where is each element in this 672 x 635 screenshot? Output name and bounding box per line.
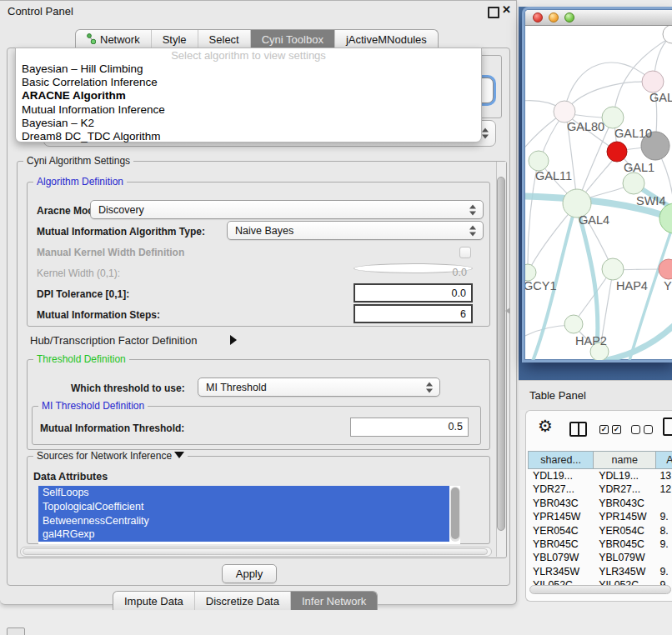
list-item-selfloops[interactable]: SelfLoops xyxy=(38,486,449,500)
cyni-algorithm-settings-title: Cyni Algorithm Settings xyxy=(23,155,133,167)
cell[interactable] xyxy=(656,551,672,564)
settings-hscrollbar-thumb[interactable] xyxy=(23,548,488,555)
dropdown-item-bayesian-hill[interactable]: Bayesian – Hill Climbing xyxy=(16,62,481,76)
dpi-tolerance-field[interactable]: 0.0 xyxy=(354,283,473,302)
cell[interactable]: 9. xyxy=(656,565,672,578)
cell[interactable]: YER054C xyxy=(528,524,594,538)
checkbox-empty-icon[interactable] xyxy=(631,425,640,434)
collapse-down-icon[interactable] xyxy=(174,452,184,458)
cell[interactable]: YBR043C xyxy=(528,497,594,510)
table-row[interactable]: YLR345W YLR345W 9. xyxy=(528,565,672,578)
gear-icon[interactable]: ⚙ xyxy=(538,418,553,434)
which-threshold-combo[interactable]: MI Threshold xyxy=(198,378,440,397)
table-row[interactable]: YBR043C YBR043C xyxy=(528,497,672,510)
dropdown-item-bayesian-k2[interactable]: Bayesian – K2 xyxy=(16,117,481,130)
mi-threshold-field[interactable]: 0.5 xyxy=(350,418,469,437)
list-item-betweennesscentrality[interactable]: BetweennessCentrality xyxy=(38,514,449,528)
cell[interactable]: YPR145W xyxy=(528,510,594,523)
hub-section-label[interactable]: Hub/Transcription Factor Definition xyxy=(30,334,197,347)
document-icon[interactable] xyxy=(663,418,672,436)
cell[interactable]: YBR045C xyxy=(594,538,656,551)
cell[interactable]: YDR27... xyxy=(528,482,594,496)
apply-button[interactable]: Apply xyxy=(222,564,277,583)
column-header-partial[interactable]: A xyxy=(656,451,672,469)
node-gal10[interactable] xyxy=(602,107,624,128)
cell[interactable]: 8. xyxy=(656,524,672,538)
cell[interactable]: YLR345W xyxy=(528,565,594,578)
cell[interactable]: YDL19... xyxy=(528,469,594,482)
kernel-width-field[interactable]: 0.0 xyxy=(354,263,473,273)
zoom-traffic-light-icon[interactable] xyxy=(564,12,574,22)
node-red-selected[interactable] xyxy=(607,142,627,162)
cell[interactable]: YBL079W xyxy=(594,551,656,564)
manual-kernel-width-checkbox[interactable] xyxy=(459,247,471,258)
splitter-collapse-arrow[interactable] xyxy=(505,308,510,314)
cell[interactable]: YDR27... xyxy=(594,482,656,496)
node-label: HAP2 xyxy=(575,334,607,348)
cell[interactable]: 12 xyxy=(656,482,672,496)
cell[interactable]: YPR145W xyxy=(594,510,656,523)
checkbox-checked-icon[interactable]: ✓ xyxy=(599,425,609,434)
tab-discretize-data[interactable]: Discretize Data xyxy=(194,592,290,610)
attributes-scrollbar-track[interactable] xyxy=(450,487,460,542)
column-header-shared-name[interactable]: shared... xyxy=(528,451,594,469)
node-gal-partial[interactable] xyxy=(642,71,664,92)
tab-select[interactable]: Select xyxy=(198,30,250,48)
list-item-topologicalcoefficient[interactable]: TopologicalCoefficient xyxy=(38,500,449,514)
dropdown-item-dream8[interactable]: Dream8 DC_TDC Algorithm xyxy=(16,130,481,143)
node-hap4[interactable] xyxy=(602,258,624,280)
cell[interactable]: YER054C xyxy=(594,524,656,538)
cell[interactable]: YBR043C xyxy=(594,497,656,510)
node-gcy1[interactable] xyxy=(525,264,536,281)
table-row[interactable]: YPR145W YPR145W 9. xyxy=(528,510,672,523)
cell[interactable]: YBR045C xyxy=(528,538,594,551)
table-row[interactable]: YER054C YER054C 8. xyxy=(528,524,672,538)
table-row[interactable]: YDR27... YDR27... 12 xyxy=(528,482,672,496)
tab-infer-network[interactable]: Infer Network xyxy=(290,592,377,610)
network-window-titlebar[interactable] xyxy=(525,10,672,26)
settings-scrollbar-thumb[interactable] xyxy=(497,177,505,531)
cell[interactable]: 13 xyxy=(656,469,672,482)
checkbox-checked-icon[interactable]: ✓ xyxy=(612,425,621,434)
node-green-partial[interactable] xyxy=(659,203,672,233)
expand-right-icon[interactable] xyxy=(230,335,237,345)
aracne-mode-combo[interactable]: Discovery xyxy=(90,200,484,219)
node-gal11[interactable] xyxy=(529,151,549,171)
tab-jactivemnodules[interactable]: jActiveMNodules xyxy=(334,30,438,48)
dropdown-item-basic-correlation[interactable]: Basic Correlation Inference xyxy=(16,76,481,89)
settings-hscrollbar[interactable] xyxy=(20,547,492,557)
checkbox-empty-icon[interactable] xyxy=(644,425,653,434)
column-header-name[interactable]: name xyxy=(594,451,656,469)
close-traffic-light-icon[interactable] xyxy=(533,12,543,22)
table-row[interactable]: YBL079W YBL079W xyxy=(528,551,672,564)
mi-steps-field[interactable]: 6 xyxy=(354,304,473,323)
tab-cyni-toolbox[interactable]: Cyni Toolbox xyxy=(250,30,334,48)
dropdown-item-mutual-information[interactable]: Mutual Information Inference xyxy=(16,103,481,117)
collapsed-panel-button[interactable] xyxy=(7,628,25,635)
manual-kernel-width-label: Manual Kernel Width Definition xyxy=(37,247,184,258)
tab-impute-data[interactable]: Impute Data xyxy=(113,592,194,610)
close-icon[interactable]: ✕ xyxy=(502,3,511,16)
dropdown-item-aracne[interactable]: ARACNE Algorithm xyxy=(16,89,481,102)
cell[interactable]: 9. xyxy=(656,510,672,523)
tab-style[interactable]: Style xyxy=(151,30,198,48)
table-row[interactable]: YBR045C YBR045C 9. xyxy=(528,538,672,551)
table-row[interactable]: YDL19... YDL19... 13 xyxy=(528,469,672,482)
list-item-gal4rgexp[interactable]: gal4RGexp xyxy=(38,528,449,542)
algorithm-dropdown-popup: Select algorithm to view settings Bayesi… xyxy=(15,48,482,142)
node-hap2[interactable] xyxy=(564,315,583,333)
cell[interactable]: YDL19... xyxy=(594,469,656,482)
cell[interactable]: YBL079W xyxy=(528,551,594,564)
table-hscrollbar[interactable] xyxy=(529,585,671,594)
cell[interactable]: 9. xyxy=(656,538,672,551)
split-columns-icon[interactable] xyxy=(569,422,587,437)
float-window-icon[interactable] xyxy=(488,7,499,18)
cell[interactable] xyxy=(656,497,672,510)
attributes-scrollbar-thumb[interactable] xyxy=(451,488,459,539)
mi-algorithm-type-combo[interactable]: Naive Bayes xyxy=(227,221,484,240)
tab-network-label: Network xyxy=(100,33,140,48)
cell[interactable]: YLR345W xyxy=(594,565,656,578)
minimize-traffic-light-icon[interactable] xyxy=(549,12,559,22)
node-gal1[interactable] xyxy=(623,172,644,194)
tab-network[interactable]: Network xyxy=(76,30,151,48)
